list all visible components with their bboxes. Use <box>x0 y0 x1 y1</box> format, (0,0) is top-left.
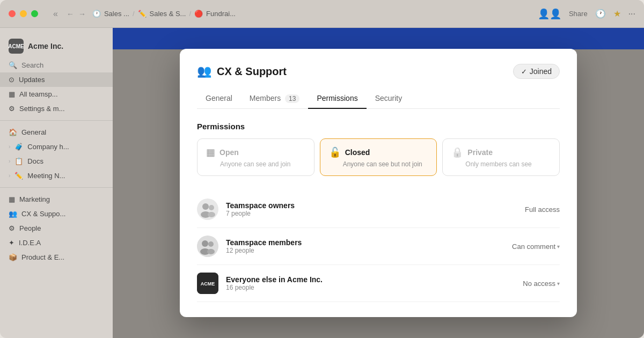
modal-header: 👥 CX & Support ✓ Joined <box>197 64 560 79</box>
sidebar-item-settings[interactable]: ⚙ Settings & m... <box>0 101 113 116</box>
titlebar-actions: 👤👤 Share 🕐 ★ ··· <box>538 8 635 20</box>
svg-point-6 <box>202 240 208 247</box>
role-row-everyone: ACME Everyone else in Acme Inc. 16 peopl… <box>197 265 560 302</box>
svg-point-4 <box>208 212 215 217</box>
sidebar-item-updates[interactable]: ⊙ Updates <box>0 72 113 87</box>
idea-label: I.D.E.A <box>19 239 41 247</box>
search-icon: 🔍 <box>9 61 17 69</box>
sidebar-search[interactable]: 🔍 Search <box>0 58 113 72</box>
titlebar: « ← → 🕐 Sales ... / ✏️ Sales & S... / 🔴 … <box>0 0 644 28</box>
collapse-sidebar-icon[interactable]: « <box>53 9 58 19</box>
breadcrumb-item-3[interactable]: Fundrai... <box>206 10 236 18</box>
marketing-label: Marketing <box>19 195 50 203</box>
tab-security[interactable]: Security <box>367 89 411 109</box>
role-row-owners: Teamspace owners 7 people Full access <box>197 191 560 228</box>
role-row-members: Teamspace members 12 people Can comment … <box>197 228 560 265</box>
owners-access: Full access <box>525 205 560 214</box>
main-area: ACME Acme Inc. 🔍 Search ⊙ Updates ▦ All … <box>0 28 644 338</box>
share-button[interactable]: Share <box>569 10 588 18</box>
perm-card-closed[interactable]: 🔓 Closed Anyone can see but not join <box>320 138 437 176</box>
cx-label: CX & Suppo... <box>21 210 65 218</box>
docs-label: Docs <box>27 157 43 165</box>
star-icon[interactable]: ★ <box>613 9 621 19</box>
more-actions-icon[interactable]: ··· <box>628 9 635 19</box>
everyone-info: Everyone else in Acme Inc. 16 people <box>226 275 515 291</box>
sidebar: ACME Acme Inc. 🔍 Search ⊙ Updates ▦ All … <box>0 28 113 338</box>
svg-point-1 <box>202 203 209 210</box>
teamspaces-label: All teamsp... <box>19 90 58 98</box>
workspace-label[interactable]: ACME Acme Inc. <box>0 34 113 58</box>
members-info: Teamspace members 12 people <box>226 238 504 254</box>
teamspaces-icon: ▦ <box>9 90 15 98</box>
permissions-modal: 👥 CX & Support ✓ Joined General <box>180 49 577 317</box>
people-icon: ⚙ <box>9 224 15 232</box>
perm-card-closed-header: 🔓 Closed <box>329 146 428 158</box>
modal-title-group: 👥 CX & Support <box>197 64 287 78</box>
private-desc: Only members can see <box>451 160 551 168</box>
private-title: Private <box>467 148 493 157</box>
everyone-access-label: No access <box>523 280 555 288</box>
sidebar-item-people[interactable]: ⚙ People <box>0 221 113 236</box>
permissions-content: Permissions ▦ Open Anyone can see and jo… <box>197 122 560 302</box>
sidebar-item-general[interactable]: 🏠 General <box>0 125 113 139</box>
members-badge: 13 <box>285 94 299 103</box>
sidebar-item-company[interactable]: › 🧳 Company h... <box>0 139 113 154</box>
modal-tabs: General Members 13 Permissions Security <box>197 89 560 109</box>
sidebar-item-meeting[interactable]: › ✏️ Meeting N... <box>0 168 113 183</box>
minimize-button[interactable] <box>20 10 27 17</box>
private-icon: 🔒 <box>451 146 463 158</box>
sidebar-divider-2 <box>0 187 113 188</box>
marketing-icon: ▦ <box>9 195 15 203</box>
docs-chevron-icon: › <box>9 158 10 164</box>
modal-title: CX & Support <box>217 65 287 78</box>
sidebar-item-all-teamspaces[interactable]: ▦ All teamsp... <box>0 87 113 101</box>
teamspace-icon: 👥 <box>197 64 211 78</box>
joined-badge[interactable]: ✓ Joined <box>513 64 560 79</box>
sidebar-item-marketing[interactable]: ▦ Marketing <box>0 192 113 207</box>
sidebar-item-docs[interactable]: › 📋 Docs <box>0 154 113 168</box>
tab-permissions[interactable]: Permissions <box>308 89 366 109</box>
owners-info: Teamspace owners 7 people <box>226 201 517 217</box>
perm-card-open[interactable]: ▦ Open Anyone can see and join <box>197 138 314 176</box>
cx-icon: 👥 <box>9 210 17 218</box>
breadcrumb-history-icon: 🕐 <box>92 10 101 18</box>
everyone-access-dropdown[interactable]: No access ▾ <box>523 280 560 288</box>
perm-card-open-header: ▦ Open <box>206 146 305 158</box>
permission-cards: ▦ Open Anyone can see and join 🔓 Closed <box>197 138 560 176</box>
tab-members[interactable]: Members 13 <box>241 89 309 109</box>
svg-text:ACME: ACME <box>201 281 215 286</box>
open-title: Open <box>219 148 239 157</box>
breadcrumb-ball-icon: 🔴 <box>194 10 203 18</box>
perm-card-private[interactable]: 🔒 Private Only members can see <box>442 138 560 176</box>
breadcrumb-sep-2: / <box>189 10 191 18</box>
breadcrumb-sep-1: / <box>133 10 135 18</box>
settings-icon: ⚙ <box>9 105 15 113</box>
breadcrumb-item-2[interactable]: Sales & S... <box>150 10 186 18</box>
company-label: Company h... <box>27 143 69 151</box>
general-icon: 🏠 <box>9 128 17 136</box>
nav-back-icon[interactable]: ← <box>67 10 74 18</box>
search-label: Search <box>21 61 43 69</box>
meeting-label: Meeting N... <box>27 172 65 180</box>
product-label: Product & E... <box>21 253 64 261</box>
sidebar-item-idea[interactable]: ✦ I.D.E.A <box>0 236 113 250</box>
workspace-name: Acme Inc. <box>28 42 63 50</box>
tab-general[interactable]: General <box>197 89 241 109</box>
settings-label: Settings & m... <box>19 105 65 113</box>
close-button[interactable] <box>9 10 16 17</box>
sidebar-item-cx-support[interactable]: 👥 CX & Suppo... <box>0 207 113 221</box>
maximize-button[interactable] <box>31 10 38 17</box>
workspace-icon: ACME <box>9 39 24 54</box>
meeting-icon: ✏️ <box>14 172 23 180</box>
owners-name: Teamspace owners <box>226 201 517 210</box>
breadcrumb-item-1[interactable]: Sales ... <box>104 10 129 18</box>
avatar-group: 👤👤 <box>538 8 561 20</box>
open-desc: Anyone can see and join <box>206 160 305 168</box>
nav-forward-icon[interactable]: → <box>78 10 86 18</box>
svg-point-9 <box>207 249 215 254</box>
history-icon[interactable]: 🕐 <box>595 9 606 19</box>
closed-icon: 🔓 <box>329 146 341 158</box>
members-access-dropdown[interactable]: Can comment ▾ <box>512 243 560 251</box>
everyone-count: 16 people <box>226 284 515 291</box>
sidebar-item-product[interactable]: 📦 Product & E... <box>0 250 113 264</box>
